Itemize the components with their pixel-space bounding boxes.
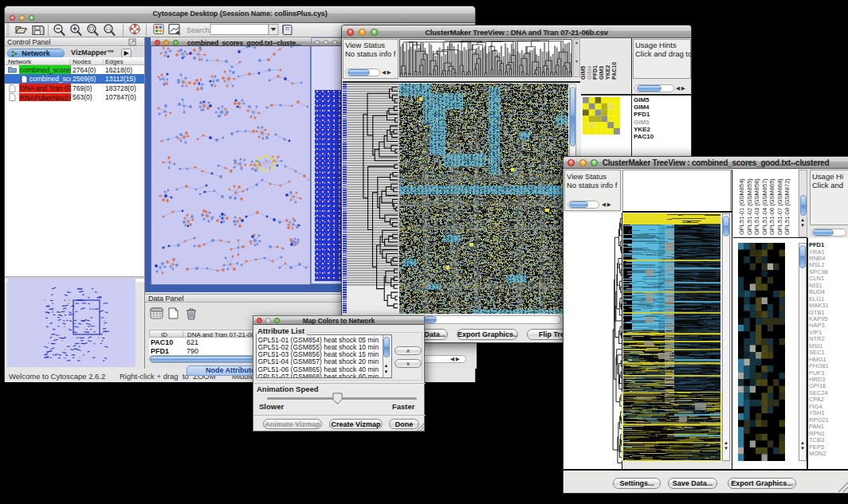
svg-text:1:1: 1:1: [106, 26, 112, 31]
svg-text:Search:: Search:: [186, 26, 211, 34]
